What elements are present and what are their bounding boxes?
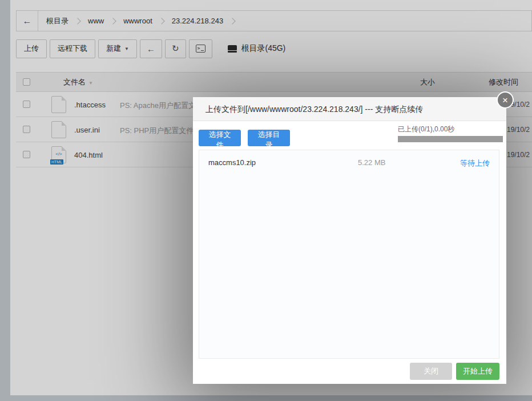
close-x-glyph: ×	[502, 95, 508, 105]
upload-file-list: maccms10.zip 5.22 MB 等待上传	[199, 150, 499, 359]
start-upload-button[interactable]: 开始上传	[456, 363, 499, 380]
upload-progress-text: 已上传(0/1),0.00秒	[398, 125, 454, 134]
screen: ← 根目录 www wwwroot 23.224.218.243 上传 远程下载…	[0, 0, 532, 401]
upload-progress-bar	[398, 136, 503, 142]
close-dialog-button[interactable]: 关闭	[410, 363, 452, 380]
dialog-footer: 关闭 开始上传	[193, 359, 506, 384]
choose-file-button[interactable]: 选择文件	[199, 130, 241, 146]
upload-file-size: 5.22 MB	[358, 158, 385, 167]
choose-directory-button[interactable]: 选择目录	[248, 130, 290, 146]
dialog-title: 上传文件到[/www/wwwroot/23.224.218.243/] --- …	[193, 97, 506, 121]
upload-file-status[interactable]: 等待上传	[460, 158, 490, 169]
upload-dialog: 上传文件到[/www/wwwroot/23.224.218.243/] --- …	[193, 97, 506, 384]
upload-list-item: maccms10.zip 5.22 MB 等待上传	[199, 150, 499, 175]
close-icon[interactable]: ×	[497, 91, 514, 109]
upload-file-name: maccms10.zip	[208, 158, 256, 167]
